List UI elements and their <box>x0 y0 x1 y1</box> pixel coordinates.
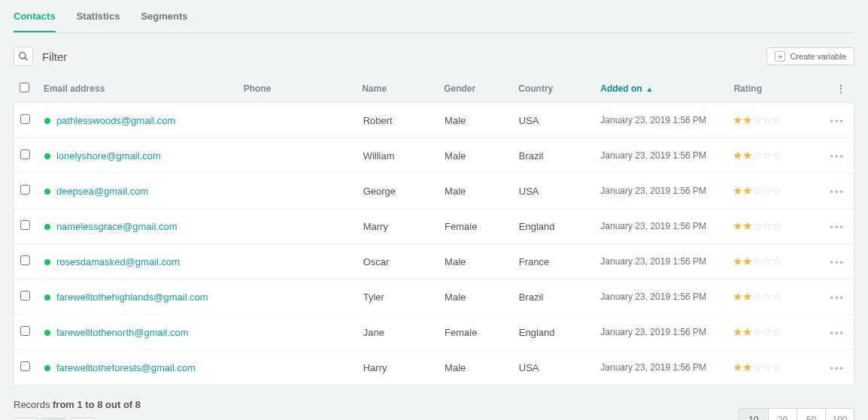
header-added-on[interactable]: Added on ▲ <box>600 83 653 94</box>
star-icon: ☆ <box>752 219 762 232</box>
rating-stars: ★★☆☆☆ <box>733 327 782 338</box>
cell-gender: Male <box>439 350 513 385</box>
email-link[interactable]: lonelyshore@gmail.com <box>56 150 161 162</box>
cell-gender: Male <box>439 174 513 209</box>
sort-asc-icon: ▲ <box>644 85 654 93</box>
header-name[interactable]: Name <box>362 83 387 94</box>
page-size-50-button[interactable]: 50 <box>797 409 825 421</box>
table-row: farewelltothenorth@gmail.comJaneFemaleEn… <box>14 315 854 350</box>
column-options-button[interactable]: ⋮ <box>836 83 845 94</box>
tabs-bar: Contacts Statistics Segments <box>14 0 854 33</box>
row-actions-button[interactable]: ••• <box>830 327 845 338</box>
search-icon <box>18 51 29 62</box>
status-dot-icon <box>44 189 50 195</box>
row-checkbox[interactable] <box>20 150 30 159</box>
email-link[interactable]: farewelltotheforests@gmail.com <box>56 362 196 373</box>
search-button[interactable] <box>14 47 33 66</box>
star-icon: ☆ <box>762 325 772 338</box>
star-icon: ★ <box>742 149 752 162</box>
row-checkbox[interactable] <box>20 114 30 124</box>
star-icon: ☆ <box>762 290 772 303</box>
row-checkbox[interactable] <box>20 326 30 336</box>
table-footer: Records from 1 to 8 out of 8 ← 1 → 10205… <box>14 399 854 420</box>
cell-country: England <box>513 315 595 350</box>
row-checkbox[interactable] <box>20 185 30 195</box>
star-icon: ☆ <box>752 290 762 303</box>
filter-label[interactable]: Filter <box>42 50 67 63</box>
row-checkbox[interactable] <box>20 220 30 230</box>
star-icon: ★ <box>742 255 752 267</box>
table-row: lonelyshore@gmail.comWilliamMaleBrazilJa… <box>14 138 854 174</box>
star-icon: ★ <box>742 184 752 197</box>
header-country[interactable]: Country <box>518 83 553 94</box>
cell-country: Brazil <box>513 279 595 315</box>
cell-added-on: January 23, 2019 1:56 PM <box>594 209 727 244</box>
email-link[interactable]: rosesdamasked@gmail.com <box>56 256 180 267</box>
star-icon: ★ <box>733 113 742 126</box>
cell-added-on: January 23, 2019 1:56 PM <box>594 174 727 209</box>
create-variable-button[interactable]: + Create variable <box>766 47 854 65</box>
star-icon: ★ <box>733 325 742 338</box>
cell-name: Oscar <box>357 244 439 279</box>
row-actions-button[interactable]: ••• <box>830 292 845 303</box>
page-size-100-button[interactable]: 100 <box>825 409 854 421</box>
rating-stars: ★★☆☆☆ <box>733 150 782 162</box>
star-icon: ☆ <box>752 184 762 197</box>
row-checkbox[interactable] <box>20 291 30 301</box>
row-actions-button[interactable]: ••• <box>830 115 845 126</box>
star-icon: ☆ <box>772 325 782 338</box>
page-size-20-button[interactable]: 20 <box>768 409 797 421</box>
header-rating[interactable]: Rating <box>734 83 762 94</box>
star-icon: ☆ <box>772 113 782 126</box>
star-icon: ★ <box>742 219 752 232</box>
cell-phone <box>240 138 357 174</box>
star-icon: ☆ <box>762 255 772 267</box>
email-link[interactable]: deepsea@gmail.com <box>56 186 148 197</box>
row-checkbox[interactable] <box>20 361 30 371</box>
page-size-10-button[interactable]: 10 <box>739 409 768 421</box>
star-icon: ★ <box>733 149 742 162</box>
cell-name: Tyler <box>357 279 439 315</box>
email-link[interactable]: namelessgrace@gmail.com <box>56 221 178 232</box>
star-icon: ☆ <box>752 149 762 162</box>
tab-statistics[interactable]: Statistics <box>77 11 120 32</box>
tab-segments[interactable]: Segments <box>141 11 187 32</box>
rating-stars: ★★☆☆☆ <box>733 115 782 126</box>
email-link[interactable]: farewelltothehighlands@gmail.com <box>56 292 208 303</box>
header-phone[interactable]: Phone <box>244 83 272 94</box>
row-actions-button[interactable]: ••• <box>830 256 845 267</box>
select-all-checkbox[interactable] <box>20 83 29 92</box>
row-actions-button[interactable]: ••• <box>830 150 845 162</box>
row-actions-button[interactable]: ••• <box>830 221 845 232</box>
status-dot-icon <box>44 153 50 159</box>
star-icon: ☆ <box>762 184 772 197</box>
star-icon: ☆ <box>752 361 762 373</box>
table-row: pathlesswoods@gmail.comRobertMaleUSAJanu… <box>14 103 854 138</box>
header-email[interactable]: Email address <box>44 83 105 94</box>
cell-gender: Male <box>439 244 513 279</box>
star-icon: ★ <box>742 113 752 126</box>
star-icon: ☆ <box>752 325 762 338</box>
star-icon: ★ <box>733 255 742 267</box>
cell-phone <box>240 279 357 315</box>
email-link[interactable]: farewelltothenorth@gmail.com <box>56 327 189 338</box>
row-actions-button[interactable]: ••• <box>830 186 845 197</box>
cell-gender: Male <box>439 138 513 174</box>
svg-line-1 <box>25 58 28 61</box>
row-checkbox[interactable] <box>20 255 30 265</box>
rating-stars: ★★☆☆☆ <box>733 292 782 303</box>
cell-name: Harry <box>357 350 439 385</box>
header-gender[interactable]: Gender <box>444 83 475 94</box>
email-link[interactable]: pathlesswoods@gmail.com <box>56 115 175 126</box>
tab-contacts[interactable]: Contacts <box>14 11 56 32</box>
status-dot-icon <box>44 365 50 371</box>
cell-name: Robert <box>357 103 439 138</box>
star-icon: ☆ <box>772 361 782 373</box>
cell-phone <box>240 174 357 209</box>
cell-added-on: January 23, 2019 1:56 PM <box>594 103 727 138</box>
star-icon: ☆ <box>762 219 772 232</box>
cell-country: Brazil <box>513 138 595 174</box>
row-actions-button[interactable]: ••• <box>830 362 845 373</box>
cell-gender: Male <box>439 279 513 315</box>
table-row: farewelltothehighlands@gmail.comTylerMal… <box>14 279 854 315</box>
